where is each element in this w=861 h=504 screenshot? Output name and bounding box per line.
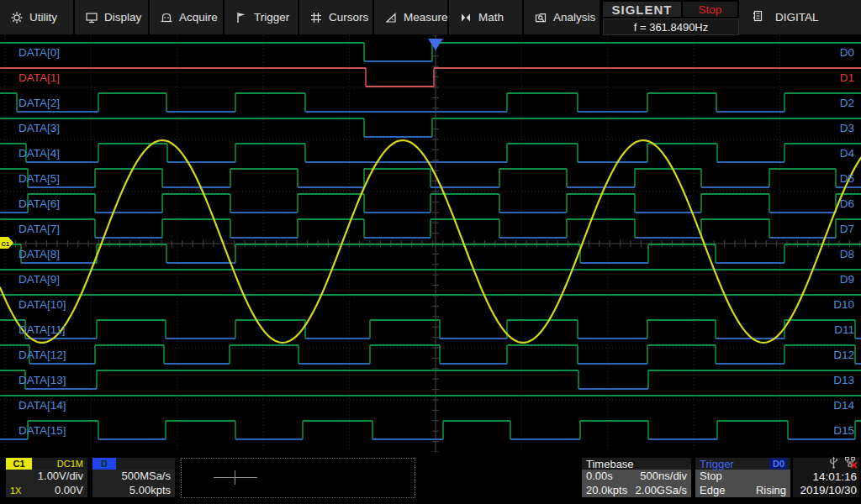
menu-item-label: Trigger (254, 11, 289, 24)
display-icon (85, 11, 98, 24)
channel-right-label-D1: D1 (840, 71, 854, 84)
channel1-offset: 0.00V (55, 484, 83, 498)
channel1-badge[interactable]: C1 (6, 458, 32, 470)
menu-item-label: DIGITAL (775, 11, 819, 24)
channel-right-label-D11: D11 (834, 323, 854, 336)
channel-right-label-D0: D0 (840, 46, 854, 59)
top-menu-bar: UtilityDisplayAcquireTriggerCursorsMeasu… (0, 0, 861, 35)
channel-right-label-D14: D14 (833, 399, 854, 412)
menu-item-label: Math (478, 11, 504, 24)
menu-item-label: Acquire (179, 11, 218, 24)
channel-label-D9[interactable]: DATA[9] (18, 273, 60, 286)
acquire-icon (160, 11, 173, 24)
menu-item-display[interactable]: Display (75, 0, 148, 34)
channel-label-D1[interactable]: DATA[1] (18, 71, 60, 84)
trigger-slope: Rising (756, 484, 786, 498)
timebase-points: 20.0kpts (586, 484, 627, 498)
channel-label-D3[interactable]: DATA[3] (18, 122, 60, 134)
digital-badge[interactable]: D (92, 458, 116, 470)
crosshair-icon (214, 477, 257, 478)
channel-label-D15[interactable]: DATA[15] (18, 424, 66, 437)
digital-waveform-D3 (0, 118, 861, 137)
brand-logo-text: SIGLENT (611, 3, 672, 17)
channel-label-D12[interactable]: DATA[12] (18, 349, 66, 361)
timebase-info-box[interactable]: Timebase 0.00s 500ns/div 20.0kpts 2.00GS… (582, 458, 691, 497)
trigger-position-icon[interactable] (428, 39, 443, 50)
digital-waveform-D1 (0, 68, 861, 87)
channel-label-D0[interactable]: DATA[0] (18, 46, 60, 59)
channel-label-D11[interactable]: DATA[11] (18, 323, 66, 336)
channel-right-label-D6: D6 (840, 197, 854, 210)
menu-item-label: Measure (404, 11, 448, 24)
cursors-icon (309, 11, 323, 24)
oscilloscope-screen: { "header": { "menu": [ {"label": "Utili… (0, 0, 861, 504)
empty-descriptor-slot[interactable] (181, 458, 415, 498)
digital-waveform-D5 (0, 169, 861, 187)
timebase-rate: 2.00GSa/s (636, 484, 687, 498)
channel-right-label-D8: D8 (840, 248, 854, 260)
channel-right-label-D7: D7 (840, 223, 854, 235)
channel1-probe: 1X (10, 484, 21, 498)
crosshair-icon (235, 470, 235, 485)
digital-waveform-D0 (0, 43, 861, 61)
trigger-source-badge[interactable]: D0 (769, 458, 788, 470)
trigger-type: Edge (700, 484, 725, 498)
waveform-display-area: C1DATA[0]D0DATA[1]D1DATA[2]D2DATA[3]D3DA… (0, 35, 861, 452)
channel-label-D14[interactable]: DATA[14] (18, 399, 66, 412)
timebase-delay: 0.00s (586, 470, 613, 484)
digital-mem-points: 5.00kpts (92, 484, 175, 498)
channel-label-D7[interactable]: DATA[7] (18, 223, 60, 235)
c1-level-marker[interactable]: C1 (0, 237, 13, 249)
menu-item-digital[interactable]: DIGITAL (739, 0, 861, 34)
acquisition-status-badge[interactable]: Stop (683, 2, 737, 17)
menu-item-measure[interactable]: Measure (374, 0, 447, 34)
channel1-info-box[interactable]: C1 DC1M 1.00V/div 1X 0.00V (6, 458, 87, 497)
menu-item-trigger[interactable]: Trigger (224, 0, 298, 34)
channel1-coupling: DC1M (32, 459, 87, 469)
clock-date: 2019/10/30 (793, 484, 859, 497)
timebase-scale: 500ns/div (640, 470, 687, 484)
channel-right-label-D2: D2 (840, 97, 854, 109)
menu-item-label: Utility (29, 11, 57, 24)
digital-waveform-D8 (0, 244, 861, 263)
channel-label-D2[interactable]: DATA[2] (18, 97, 60, 109)
digital-icon (751, 9, 764, 26)
channel-label-D6[interactable]: DATA[6] (18, 197, 60, 210)
channel-label-D8[interactable]: DATA[8] (18, 248, 60, 260)
menu-item-utility[interactable]: Utility (0, 0, 73, 34)
channel-label-D13[interactable]: DATA[13] (18, 374, 66, 386)
channel-right-label-D3: D3 (840, 122, 854, 134)
svg-text:C1: C1 (2, 240, 10, 248)
channel-right-label-D12: D12 (833, 349, 854, 361)
brand-logo: SIGLENT (603, 2, 681, 17)
channel-right-label-D10: D10 (833, 298, 854, 311)
acquisition-status-text: Stop (699, 3, 722, 16)
digital-sample-rate: 500MSa/s (92, 470, 175, 484)
digital-waveform-D11 (0, 320, 861, 339)
digital-info-box[interactable]: D 500MSa/s 5.00kpts (92, 458, 175, 497)
trigger-title: Trigger (695, 458, 734, 470)
math-icon (459, 11, 473, 24)
channel-right-label-D4: D4 (840, 147, 855, 160)
gear-icon (10, 11, 24, 24)
menu-item-analysis[interactable]: Analysis (524, 0, 600, 34)
frequency-counter-text: f = 361.8490Hz (634, 21, 709, 34)
channel-label-D4[interactable]: DATA[4] (18, 147, 60, 160)
menu-item-cursors[interactable]: Cursors (299, 0, 372, 34)
menu-item-label: Analysis (553, 11, 595, 24)
menu-item-acquire[interactable]: Acquire (150, 0, 223, 34)
channel-label-D5[interactable]: DATA[5] (18, 172, 60, 185)
digital-waveform-D4 (0, 144, 861, 162)
timebase-title: Timebase (582, 458, 634, 470)
digital-waveform-D15 (0, 421, 861, 439)
trigger-status: Stop (700, 470, 722, 484)
menu-item-label: Cursors (329, 11, 368, 24)
status-bar: C1 DC1M 1.00V/div 1X 0.00V D 500MSa/s 5.… (0, 452, 861, 504)
menu-item-label: Display (104, 11, 141, 24)
clock-time: 14:01:16 (793, 470, 859, 484)
channel-right-label-D5: D5 (840, 172, 854, 185)
trigger-info-box[interactable]: Trigger D0 Stop Edge Rising (695, 458, 790, 497)
flag-icon (235, 11, 248, 24)
menu-item-math[interactable]: Math (449, 0, 522, 34)
channel-label-D10[interactable]: DATA[10] (18, 298, 66, 311)
